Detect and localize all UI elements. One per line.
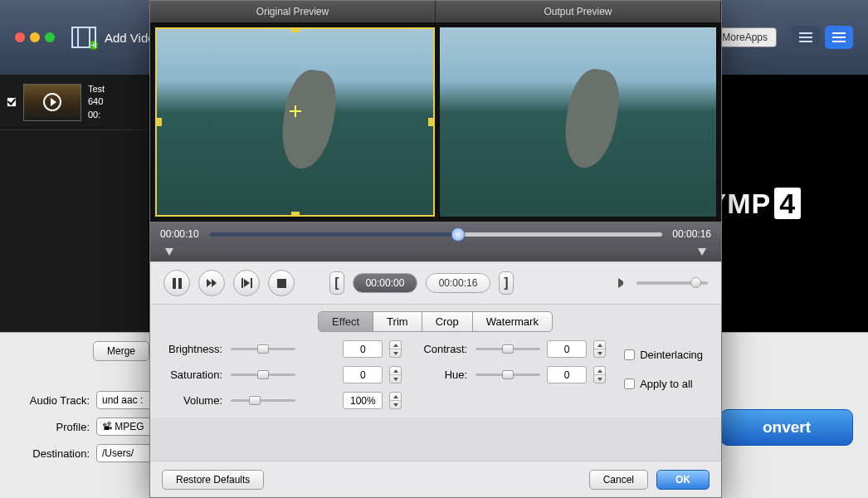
- crop-handle-left[interactable]: [157, 118, 162, 126]
- fast-forward-icon: [207, 279, 217, 287]
- total-time: 00:00:16: [672, 228, 711, 240]
- hue-input[interactable]: [547, 366, 587, 383]
- item-info: Test 640 00:: [88, 83, 105, 121]
- output-preview-box: [440, 27, 716, 217]
- hue-stepper[interactable]: [593, 366, 606, 383]
- tab-watermark[interactable]: Watermark: [472, 311, 553, 332]
- trim-markers-bar: [150, 247, 721, 261]
- volume-fx-slider[interactable]: [231, 395, 295, 407]
- crop-handle-bottom[interactable]: [291, 212, 300, 217]
- contrast-label: Contrast:: [423, 343, 469, 355]
- item-title: Test: [88, 83, 105, 95]
- brightness-stepper[interactable]: [389, 340, 402, 358]
- audio-track-label: Audio Track:: [15, 394, 90, 407]
- saturation-input[interactable]: [343, 366, 383, 383]
- trim-start-marker[interactable]: [165, 248, 173, 256]
- brightness-input[interactable]: [343, 340, 383, 358]
- list-view-button[interactable]: [792, 26, 820, 49]
- editor-controls: [ 00:00:00 00:00:16 ]: [150, 261, 721, 305]
- contrast-input[interactable]: [547, 340, 587, 358]
- merge-button[interactable]: Merge: [93, 341, 149, 361]
- plus-badge-icon: +: [89, 41, 98, 50]
- volume-fx-stepper[interactable]: [389, 392, 402, 409]
- editor-previews: [150, 22, 721, 222]
- profile-label: Profile:: [15, 421, 90, 433]
- editor-volume-slider[interactable]: [636, 281, 708, 285]
- apply-to-all-checkbox[interactable]: Apply to all: [624, 378, 703, 390]
- item-checkbox[interactable]: [7, 97, 17, 107]
- item-thumbnail[interactable]: [23, 84, 81, 121]
- current-time: 00:00:10: [160, 228, 199, 240]
- slider-knob-icon: [451, 227, 466, 242]
- close-window-button[interactable]: [15, 32, 25, 42]
- ok-button[interactable]: OK: [656, 470, 710, 490]
- list-icon: [799, 30, 812, 45]
- tab-trim[interactable]: Trim: [373, 311, 422, 332]
- settings-form: Audio Track: und aac : Profile: 📽 MPEG D…: [15, 383, 158, 471]
- item-dur: 00:: [88, 109, 105, 121]
- step-button[interactable]: [233, 270, 260, 296]
- stop-icon: [277, 279, 286, 288]
- contrast-slider[interactable]: [475, 344, 540, 355]
- tab-crop[interactable]: Crop: [422, 311, 473, 332]
- minimize-window-button[interactable]: [30, 32, 40, 42]
- saturation-stepper[interactable]: [389, 366, 402, 383]
- saturation-slider[interactable]: [231, 369, 295, 381]
- hue-slider[interactable]: [475, 369, 540, 381]
- out-point-time[interactable]: 00:00:16: [426, 273, 490, 293]
- crosshair-icon: [290, 105, 301, 117]
- zoom-window-button[interactable]: [45, 32, 55, 42]
- set-in-point-button[interactable]: [: [329, 271, 344, 295]
- pause-icon: [173, 278, 182, 289]
- brightness-label: Brightness:: [168, 343, 224, 355]
- contrast-stepper[interactable]: [593, 340, 606, 358]
- effect-side-options: Deinterlacing Apply to all: [624, 335, 721, 417]
- brightness-slider[interactable]: [231, 344, 295, 355]
- cancel-button[interactable]: Cancel: [589, 470, 648, 490]
- in-point-time[interactable]: 00:00:00: [353, 273, 417, 293]
- more-apps-button[interactable]: MoreApps: [713, 27, 777, 47]
- effect-panel: Brightness: Contrast: Saturation: Hue:: [150, 335, 624, 417]
- list-item[interactable]: Test 640 00:: [0, 75, 149, 130]
- pause-button[interactable]: [163, 270, 190, 296]
- checkbox-icon: [624, 378, 635, 389]
- editor-footer: Restore Defaults Cancel OK: [150, 461, 721, 497]
- chevron-down-icon: [393, 352, 398, 355]
- preview-header-tabs: Original Preview Output Preview: [150, 1, 721, 22]
- crop-handle-right[interactable]: [428, 118, 433, 126]
- volume-icon: [618, 278, 628, 288]
- saturation-label: Saturation:: [168, 369, 224, 381]
- chevron-up-icon: [393, 344, 398, 347]
- video-list: Test 640 00:: [0, 75, 149, 332]
- menu-icon: [832, 32, 846, 42]
- editor-seek-slider[interactable]: [209, 232, 663, 237]
- checkbox-icon: [624, 349, 635, 360]
- forward-button[interactable]: [198, 270, 225, 296]
- slider-knob-icon: [690, 277, 701, 288]
- original-preview-box[interactable]: [155, 27, 435, 217]
- trim-end-marker[interactable]: [698, 248, 706, 256]
- editor-mode-tabs: Effect Trim Crop Watermark: [150, 305, 721, 335]
- crop-handle-top[interactable]: [291, 27, 300, 32]
- convert-button[interactable]: onvert: [720, 409, 853, 446]
- film-add-icon: +: [71, 27, 96, 48]
- item-res: 640: [88, 95, 105, 108]
- restore-defaults-button[interactable]: Restore Defaults: [162, 470, 264, 490]
- set-out-point-button[interactable]: ]: [499, 271, 514, 295]
- destination-label: Destination:: [15, 447, 90, 460]
- stop-button[interactable]: [268, 270, 295, 296]
- tab-output-preview: Output Preview: [436, 1, 721, 22]
- volume-label: Volume:: [168, 394, 224, 407]
- view-mode-buttons: [792, 26, 853, 49]
- editor-time-bar: 00:00:10 00:00:16: [150, 222, 721, 247]
- window-controls: [15, 32, 55, 42]
- editor-dialog: Original Preview Output Preview 00:00:10…: [149, 0, 722, 498]
- hue-label: Hue:: [423, 369, 469, 381]
- tab-effect[interactable]: Effect: [318, 311, 373, 332]
- volume-fx-input[interactable]: [343, 392, 383, 409]
- detail-view-button[interactable]: [825, 26, 853, 49]
- seek-progress: [209, 232, 459, 237]
- step-icon: [241, 278, 252, 288]
- tab-original-preview: Original Preview: [150, 1, 436, 22]
- deinterlacing-checkbox[interactable]: Deinterlacing: [624, 349, 703, 361]
